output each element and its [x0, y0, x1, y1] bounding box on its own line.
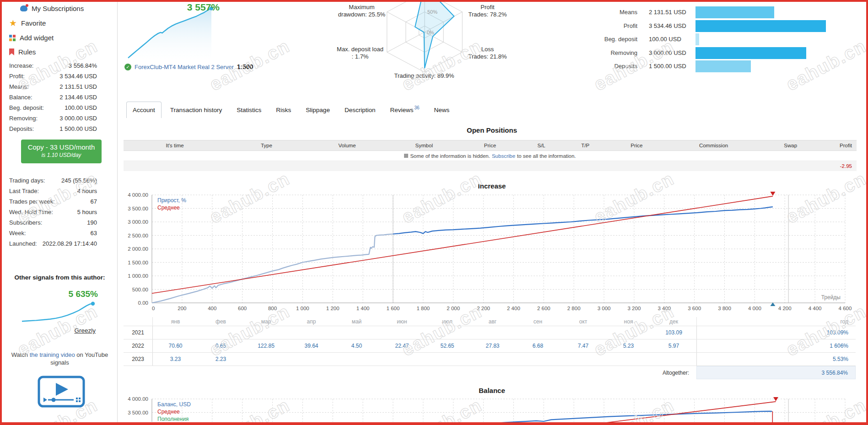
- funds-bar-chart: Means 2 131.51 USD Profit 3 534.46 USD B…: [595, 6, 851, 74]
- leverage-value: 1:500: [237, 63, 253, 70]
- svg-text:3 800: 3 800: [718, 306, 731, 311]
- funds-bar: [695, 33, 699, 45]
- svg-text:4 000.00: 4 000.00: [128, 192, 148, 198]
- altogether-row: Altogether:3 556.84%: [124, 366, 856, 379]
- svg-text:4 400: 4 400: [809, 306, 822, 311]
- svg-text:0.00: 0.00: [138, 300, 148, 306]
- stat-label: Deposits:: [9, 124, 34, 134]
- svg-text:200: 200: [178, 306, 186, 311]
- svg-text:2 000: 2 000: [447, 306, 460, 311]
- month-column-header: июн: [379, 318, 425, 325]
- radar-axis-label: LossTrades: 21.8%: [461, 46, 514, 60]
- tab[interactable]: Account: [126, 102, 162, 118]
- sidebar-menu-item[interactable]: My Subscriptions: [20, 5, 84, 12]
- hidden-info-icon: [404, 154, 408, 158]
- menu-item-label: My Subscriptions: [32, 5, 84, 12]
- training-video-link[interactable]: the training video: [30, 351, 75, 358]
- year-column-header: [124, 317, 153, 326]
- tab[interactable]: Reviews36: [384, 101, 425, 118]
- funds-bar-label: Means: [595, 9, 637, 16]
- year-total-value: 1 606%: [696, 339, 856, 352]
- month-column-header: мар: [243, 318, 289, 325]
- svg-text:Среднее: Среднее: [157, 204, 180, 211]
- bookmark-icon: [9, 48, 14, 55]
- tab[interactable]: News: [428, 102, 456, 118]
- monthly-returns-table: янвфевмарапрмайиюниюлавгсеноктноядекгод2…: [124, 317, 856, 379]
- month-column-header: дек: [651, 318, 696, 325]
- funds-bar-row: Beg. deposit 100.00 USD: [595, 33, 851, 47]
- sidebar-menu-item[interactable]: Rules: [9, 48, 36, 56]
- monthly-returns-row: 202270.600.65122.8539.644.5022.4752.6527…: [124, 339, 856, 353]
- stat-label: Subscribers:: [9, 217, 42, 228]
- author-signal-mini-chart[interactable]: [20, 298, 98, 326]
- svg-text:Баланс, USD: Баланс, USD: [157, 401, 191, 408]
- video-player-icon[interactable]: [37, 375, 86, 408]
- radar-axis-label: Maximumdrawdown: 25.5%: [333, 4, 390, 18]
- svg-text:0: 0: [152, 306, 155, 311]
- sidebar-menu-item[interactable]: Add widget: [9, 34, 54, 42]
- stat-label: Means:: [9, 81, 29, 92]
- stat-label: Week:: [9, 228, 26, 238]
- tab[interactable]: Risks: [270, 102, 297, 118]
- broker-server-link[interactable]: ForexClub-MT4 Market Real 2 Server: [135, 64, 234, 70]
- stat-row: Week: 63: [9, 228, 97, 238]
- svg-text:600: 600: [238, 306, 247, 311]
- stat-value: 190: [87, 217, 97, 228]
- svg-text:4 200: 4 200: [778, 306, 792, 311]
- open-positions-profit-row: -2.95: [124, 161, 857, 171]
- stat-row: Deposits: 1 500.00 USD: [9, 124, 97, 134]
- monthly-returns-row: 20233.232.235.53%: [124, 353, 856, 366]
- stat-value: 245 (55.56%): [61, 175, 97, 186]
- increase-chart-title: Increase: [120, 182, 864, 190]
- increase-chart: 500.001 000.001 500.002 000.002 500.003 …: [120, 188, 864, 315]
- funds-bar: [695, 60, 751, 72]
- tab-label: Description: [345, 107, 376, 113]
- svg-text:3 500.00: 3 500.00: [128, 206, 148, 211]
- tab[interactable]: Slippage: [300, 102, 336, 118]
- svg-text:1 500.00: 1 500.00: [128, 260, 148, 265]
- month-return-value: 52.65: [425, 343, 470, 349]
- month-column-header: ноя: [606, 318, 651, 325]
- balance-chart-title: Balance: [120, 387, 864, 394]
- funds-bar-row: Profit 3 534.46 USD: [595, 20, 851, 33]
- author-signal-link[interactable]: Greezly: [74, 327, 96, 334]
- stat-value: 67: [91, 196, 97, 207]
- svg-text:1 400: 1 400: [356, 306, 370, 311]
- column-header: Volume: [307, 143, 387, 148]
- stat-label: Increase:: [9, 60, 33, 71]
- funds-bar-row: Means 2 131.51 USD: [595, 6, 851, 20]
- tab[interactable]: Transaction history: [164, 102, 228, 118]
- tab-badge: 36: [414, 105, 419, 110]
- year-label: 2021: [124, 326, 153, 339]
- stat-row: Launched: 2022.08.29 17:14:40: [9, 238, 97, 249]
- svg-text:1 600: 1 600: [387, 306, 400, 311]
- stat-label: Balance:: [9, 92, 32, 102]
- tab-label: Reviews: [390, 107, 413, 113]
- subscribe-link[interactable]: Subscribe: [492, 153, 515, 159]
- stat-label: Last Trade:: [9, 186, 39, 196]
- tab-bar: Account Transaction history Statistics R…: [126, 101, 458, 118]
- tab[interactable]: Statistics: [231, 102, 267, 118]
- tab[interactable]: Description: [339, 102, 382, 118]
- stat-value: 3 534.46 USD: [59, 71, 97, 81]
- svg-text:3 600: 3 600: [688, 306, 701, 311]
- sidebar: My Subscriptions ★ Favorite Add widget R…: [2, 2, 118, 422]
- month-return-value: 7.47: [561, 343, 606, 349]
- year-total-value: 5.53%: [696, 353, 856, 366]
- open-positions-title: Open Positions: [120, 126, 864, 134]
- copy-subscribe-button[interactable]: Copy - 33 USD/month is 1.10 USD/day: [21, 140, 102, 163]
- month-column-header: сен: [515, 318, 561, 325]
- stat-label: Removing:: [9, 113, 38, 124]
- svg-text:2 000.00: 2 000.00: [128, 246, 148, 252]
- year-total-value: 103.09%: [696, 326, 856, 339]
- month-return-value: 122.85: [243, 343, 289, 349]
- stat-label: Wed. Hold Time:: [9, 207, 53, 217]
- stat-value: 100.00 USD: [65, 102, 97, 113]
- sidebar-menu-item[interactable]: ★ Favorite: [9, 19, 46, 27]
- stat-value: 4 hours: [77, 186, 97, 196]
- funds-bar-label: Beg. deposit: [595, 36, 637, 43]
- trading-stats: Trading days: 245 (55.56%) Last Trade: 4…: [9, 175, 97, 249]
- month-column-header: апр: [289, 318, 334, 325]
- author-signal-growth-percent: 5 635%: [48, 289, 98, 299]
- stat-row: Subscribers: 190: [9, 217, 97, 228]
